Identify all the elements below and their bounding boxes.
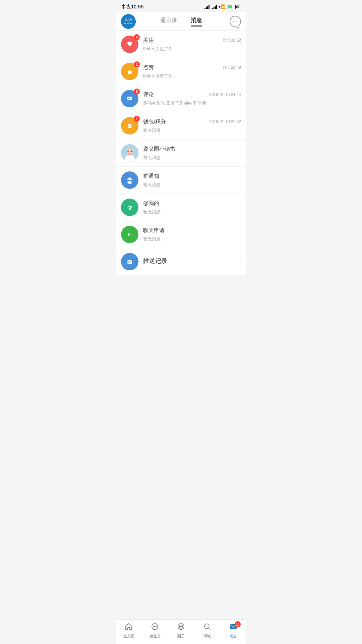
msg-preview-at: 暂无消息: [143, 209, 161, 214]
avatar-wrap-at: @: [121, 199, 138, 216]
list-item[interactable]: HI 聊天申请 暂无消息: [116, 221, 246, 248]
msg-preview-comment: 坏的有杀气 回复了您的帖子 查看: [143, 101, 206, 106]
svg-rect-35: [127, 260, 132, 264]
avatar-group: [121, 171, 138, 189]
avatar-secretary: [121, 144, 138, 162]
list-item[interactable]: 4 关注 昨天20:52 fhhhh 关注了你: [116, 31, 246, 58]
msg-content-at: @我的 暂无消息: [143, 200, 241, 215]
badge-wallet: 1: [134, 116, 140, 122]
header: 遵义圈 ZunYiQuan 通讯录 消息 ···: [116, 12, 246, 31]
content-area: 4 关注 昨天20:52 fhhhh 关注了你 2: [116, 31, 246, 299]
svg-point-27: [127, 181, 132, 184]
msg-title-at: @我的: [143, 200, 159, 207]
msg-preview-like: fhhhh 点赞了你: [143, 73, 173, 78]
app-logo: 遵义圈 ZunYiQuan: [121, 14, 136, 29]
msg-content-secretary: 遵义圈小秘书 暂无消息: [143, 146, 241, 161]
list-item[interactable]: 群通知 暂无消息: [116, 167, 246, 194]
status-icons: ▾📶 61: [204, 4, 241, 9]
avatar-push: [121, 253, 138, 270]
msg-preview-group: 暂无消息: [143, 182, 161, 187]
list-item[interactable]: 遵义圈小秘书 暂无消息: [116, 140, 246, 167]
badge-follow: 4: [134, 34, 140, 40]
avatar-wrap-wallet: 1: [121, 117, 138, 135]
svg-rect-21: [126, 156, 134, 159]
badge-like: 2: [134, 61, 140, 67]
list-item[interactable]: 1 钱包/积分 2019-01-10 22:52 积分日报: [116, 112, 246, 140]
msg-title-comment: 评论: [143, 91, 154, 98]
list-item[interactable]: @ @我的 暂无消息: [116, 194, 246, 221]
msg-title-chatreq: 聊天申请: [143, 227, 165, 234]
avatar-wrap-secretary: [121, 144, 138, 162]
avatar-at: @: [121, 199, 138, 216]
wifi-icon: ▾📶: [219, 4, 226, 9]
svg-point-23: [128, 151, 129, 152]
header-tabs: 通讯录 消息: [136, 16, 226, 26]
msg-time-comment: 2019-01-15 21:44: [209, 92, 241, 97]
svg-point-24: [131, 151, 132, 152]
msg-content-follow: 关注 昨天20:52 fhhhh 关注了你: [143, 37, 241, 52]
svg-point-11: [131, 98, 131, 99]
avatar-wrap-follow: 4: [121, 36, 138, 53]
msg-content-group: 群通知 暂无消息: [143, 173, 241, 188]
msg-content-push: 推送记录: [143, 257, 237, 267]
msg-title-like: 点赞: [143, 64, 154, 71]
msg-time-like: 昨天20:49: [223, 65, 241, 70]
avatar-wrap-push: [121, 253, 138, 270]
msg-preview-follow: fhhhh 关注了你: [143, 46, 173, 51]
signal-icon: [204, 4, 209, 9]
svg-text:遵义圈: 遵义圈: [125, 18, 132, 21]
svg-point-17: [128, 124, 132, 126]
msg-preview-chatreq: 暂无消息: [143, 236, 161, 241]
svg-point-0: [121, 14, 136, 29]
tab-contacts[interactable]: 通讯录: [160, 16, 177, 26]
chat-compose-button[interactable]: ···: [230, 16, 241, 27]
header-right: ···: [226, 16, 241, 27]
svg-point-9: [128, 98, 129, 99]
msg-content-like: 点赞 昨天20:49 fhhhh 点赞了你: [143, 64, 241, 79]
msg-content-wallet: 钱包/积分 2019-01-10 22:52 积分日报: [143, 118, 241, 133]
svg-point-16: [128, 126, 132, 128]
avatar-wrap-chat: HI: [121, 226, 138, 243]
msg-content-chatreq: 聊天申请 暂无消息: [143, 227, 241, 242]
battery-icon: [227, 5, 236, 9]
tab-messages[interactable]: 消息: [191, 16, 202, 26]
msg-title-group: 群通知: [143, 173, 159, 180]
msg-preview-secretary: 暂无消息: [143, 155, 161, 160]
avatar-chat: HI: [121, 226, 138, 243]
msg-preview-wallet: 积分日报: [143, 128, 161, 133]
svg-point-28: [127, 179, 129, 180]
list-item[interactable]: 推送记录 ›: [116, 248, 246, 275]
msg-time-wallet: 2019-01-10 22:52: [209, 119, 241, 124]
msg-content-comment: 评论 2019-01-15 21:44 坏的有杀气 回复了您的帖子 查看: [143, 91, 241, 106]
status-bar: 半夜12:55 ▾📶 61: [116, 0, 246, 12]
dots-icon: ···: [233, 19, 238, 24]
list-item[interactable]: 3 评论 2019-01-15 21:44 坏的有杀气 回复了您的帖子 查看: [116, 85, 246, 112]
msg-title-follow: 关注: [143, 37, 154, 44]
msg-title-push: 推送记录: [143, 257, 167, 265]
badge-comment: 3: [134, 89, 140, 95]
svg-text:HI: HI: [128, 233, 131, 237]
status-time: 半夜12:55: [121, 4, 144, 10]
avatar-wrap-like: 2: [121, 63, 138, 80]
msg-title-wallet: 钱包/积分: [143, 118, 166, 125]
message-list: 4 关注 昨天20:52 fhhhh 关注了你 2: [116, 31, 246, 275]
svg-point-26: [128, 177, 131, 180]
msg-title-secretary: 遵义圈小秘书: [143, 146, 175, 153]
battery-percent: 61: [237, 5, 241, 9]
svg-point-10: [129, 98, 130, 99]
list-item[interactable]: 2 点赞 昨天20:49 fhhhh 点赞了你: [116, 58, 246, 85]
avatar-wrap-group: [121, 171, 138, 189]
svg-text:ZunYiQuan: ZunYiQuan: [124, 22, 132, 24]
svg-text:@: @: [127, 204, 132, 210]
svg-point-29: [131, 179, 133, 180]
msg-time-follow: 昨天20:52: [223, 38, 241, 43]
chevron-right-icon: ›: [239, 259, 241, 265]
avatar-wrap-comment: 3: [121, 90, 138, 107]
signal-icon-2: [212, 4, 217, 9]
